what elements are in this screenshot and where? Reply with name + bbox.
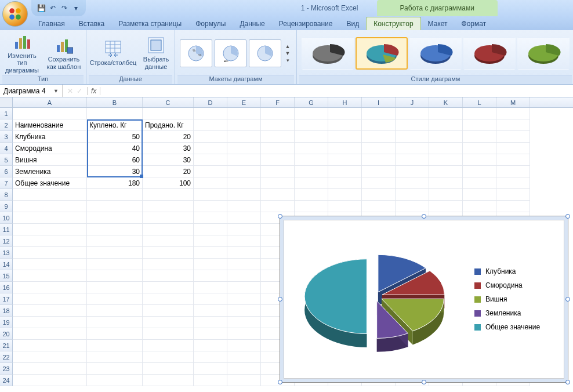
col-header[interactable]: F xyxy=(261,97,295,107)
cell[interactable] xyxy=(261,201,295,212)
cell[interactable] xyxy=(328,108,362,119)
cell[interactable] xyxy=(13,201,87,212)
name-box-dropdown-icon[interactable]: ▼ xyxy=(53,88,59,94)
cell[interactable] xyxy=(194,154,227,166)
cell[interactable] xyxy=(227,189,261,201)
cell[interactable] xyxy=(362,131,396,143)
cell[interactable] xyxy=(261,143,295,154)
col-header[interactable]: K xyxy=(429,97,463,107)
cell[interactable] xyxy=(13,270,87,282)
save-icon[interactable]: 💾 xyxy=(36,3,46,13)
cell[interactable] xyxy=(143,328,194,340)
col-header[interactable]: I xyxy=(362,97,396,107)
cell[interactable] xyxy=(227,317,261,328)
cell[interactable] xyxy=(194,375,227,386)
cell[interactable] xyxy=(13,363,87,375)
cell[interactable] xyxy=(227,351,261,363)
cell[interactable]: Наименование xyxy=(13,119,87,131)
cell[interactable] xyxy=(227,212,261,224)
cell[interactable] xyxy=(194,143,227,154)
cell[interactable] xyxy=(194,328,227,340)
row-header[interactable]: 8 xyxy=(0,189,13,201)
row-header[interactable]: 21 xyxy=(0,340,13,351)
cell[interactable] xyxy=(328,143,362,154)
cell[interactable] xyxy=(328,119,362,131)
row-header[interactable]: 19 xyxy=(0,317,13,328)
change-chart-type-button[interactable]: Изменить тип диаграммы xyxy=(2,32,42,74)
cell[interactable] xyxy=(143,375,194,386)
cell[interactable] xyxy=(396,131,429,143)
cell[interactable] xyxy=(496,131,530,143)
cell[interactable] xyxy=(396,154,429,166)
tab-chart-layout[interactable]: Макет xyxy=(421,17,455,30)
cell[interactable]: Земленика xyxy=(13,166,87,177)
cell[interactable] xyxy=(143,247,194,259)
cell[interactable] xyxy=(13,108,87,119)
row-header[interactable]: 16 xyxy=(0,282,13,293)
cell[interactable] xyxy=(227,293,261,305)
legend-item[interactable]: Общее значение xyxy=(474,323,560,331)
cell[interactable] xyxy=(295,189,328,201)
cell[interactable] xyxy=(227,201,261,212)
tab-page-layout[interactable]: Разметка страницы xyxy=(111,17,188,30)
cell[interactable] xyxy=(261,166,295,177)
cell[interactable] xyxy=(463,119,496,131)
cell[interactable] xyxy=(429,119,463,131)
cell[interactable] xyxy=(13,224,87,235)
col-header[interactable]: L xyxy=(463,97,496,107)
cell[interactable] xyxy=(87,189,143,201)
cell[interactable] xyxy=(87,212,143,224)
cell[interactable] xyxy=(261,154,295,166)
cell[interactable] xyxy=(362,189,396,201)
cell[interactable] xyxy=(87,328,143,340)
cell[interactable] xyxy=(13,212,87,224)
cell[interactable] xyxy=(87,363,143,375)
cell[interactable] xyxy=(396,143,429,154)
qat-dropdown-icon[interactable]: ▾ xyxy=(71,3,81,13)
cell[interactable] xyxy=(328,189,362,201)
cell[interactable]: Клубника xyxy=(13,131,87,143)
cell[interactable] xyxy=(13,259,87,270)
cell[interactable] xyxy=(328,154,362,166)
cell[interactable]: Вишня xyxy=(13,154,87,166)
cell[interactable] xyxy=(328,201,362,212)
cell[interactable] xyxy=(87,317,143,328)
cell[interactable] xyxy=(429,166,463,177)
enter-icon[interactable]: ✓ xyxy=(77,87,82,95)
cell[interactable] xyxy=(13,317,87,328)
cell[interactable]: 100 xyxy=(143,177,194,189)
cell[interactable] xyxy=(87,108,143,119)
cell[interactable] xyxy=(13,189,87,201)
layouts-down-icon[interactable]: ▼ xyxy=(284,50,292,56)
cell[interactable] xyxy=(463,189,496,201)
legend-item[interactable]: Вишня xyxy=(474,295,560,303)
switch-row-column-button[interactable]: Строка/столбец xyxy=(89,32,137,74)
cell[interactable] xyxy=(496,177,530,189)
cell[interactable] xyxy=(227,119,261,131)
cell[interactable] xyxy=(227,235,261,247)
row-header[interactable]: 5 xyxy=(0,154,13,166)
chart-style-3[interactable] xyxy=(409,37,462,70)
cell[interactable] xyxy=(362,154,396,166)
cell[interactable] xyxy=(87,259,143,270)
col-header[interactable]: B xyxy=(87,97,143,107)
cell[interactable] xyxy=(13,247,87,259)
cell[interactable] xyxy=(143,317,194,328)
cell[interactable] xyxy=(328,177,362,189)
cell[interactable] xyxy=(194,201,227,212)
cell[interactable] xyxy=(194,235,227,247)
cell[interactable] xyxy=(362,108,396,119)
cell[interactable] xyxy=(396,119,429,131)
row-header[interactable]: 2 xyxy=(0,119,13,131)
cell[interactable] xyxy=(227,375,261,386)
chart-layout-3[interactable] xyxy=(249,39,281,67)
cell[interactable] xyxy=(87,305,143,317)
cell[interactable] xyxy=(463,108,496,119)
cell[interactable] xyxy=(362,143,396,154)
cell[interactable] xyxy=(295,143,328,154)
col-header[interactable]: A xyxy=(13,97,87,107)
cell[interactable] xyxy=(143,189,194,201)
cell[interactable] xyxy=(194,224,227,235)
cell[interactable] xyxy=(87,293,143,305)
cell[interactable] xyxy=(429,131,463,143)
